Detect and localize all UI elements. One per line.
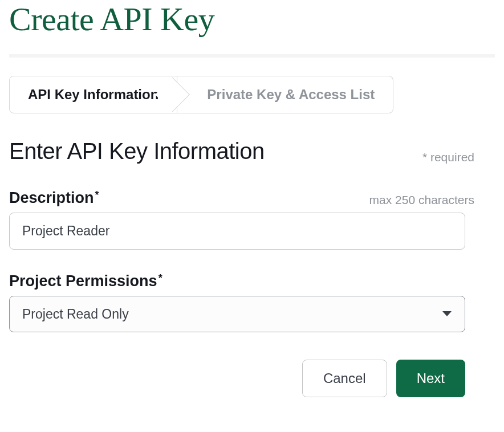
description-field: Description* max 250 characters	[9, 189, 495, 250]
tab-private-key-access-list[interactable]: Private Key & Access List	[177, 76, 393, 113]
tab-api-key-information[interactable]: API Key Information	[9, 76, 177, 113]
cancel-button[interactable]: Cancel	[302, 360, 387, 397]
permissions-label: Project Permissions*	[9, 272, 162, 290]
page-title: Create API Key	[9, 0, 495, 38]
tabs-container: API Key Information Private Key & Access…	[9, 76, 495, 113]
tab-label: Private Key & Access List	[207, 87, 375, 102]
description-hint: max 250 characters	[369, 193, 474, 207]
button-row: Cancel Next	[9, 360, 465, 397]
divider	[9, 54, 495, 58]
next-button[interactable]: Next	[396, 360, 465, 397]
required-asterisk: *	[158, 272, 162, 284]
permissions-field: Project Permissions* Project Read Only	[9, 272, 495, 332]
section-header: Enter API Key Information * required	[9, 138, 495, 164]
description-input[interactable]	[9, 213, 465, 250]
permissions-select[interactable]: Project Read Only	[9, 296, 465, 332]
description-label: Description*	[9, 189, 99, 207]
required-hint: * required	[422, 150, 474, 164]
tab-label: API Key Information	[28, 87, 158, 102]
required-asterisk: *	[95, 189, 99, 201]
section-title: Enter API Key Information	[9, 138, 265, 164]
